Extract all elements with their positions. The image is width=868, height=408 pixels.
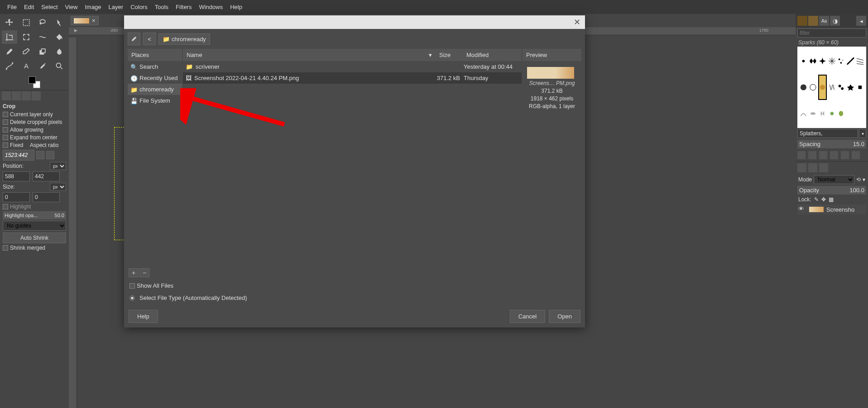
aspect-portrait-button[interactable]: [36, 151, 44, 159]
chevron-down-icon[interactable]: ▾: [859, 129, 866, 138]
brushes-tab[interactable]: [797, 16, 807, 26]
pencil-tool[interactable]: [2, 45, 17, 58]
eraser-tool[interactable]: [19, 45, 34, 58]
menu-tools[interactable]: Tools: [151, 2, 172, 12]
delete-cropped-checkbox[interactable]: [3, 119, 8, 125]
close-icon[interactable]: ✕: [574, 17, 580, 27]
brush-item[interactable]: [828, 75, 836, 100]
paths-tab[interactable]: [819, 163, 828, 172]
filetype-expander[interactable]: [129, 295, 135, 301]
brush-item[interactable]: [837, 101, 845, 126]
position-y-input[interactable]: [33, 171, 60, 181]
patterns-tab[interactable]: [808, 16, 818, 26]
guides-select[interactable]: No guides: [3, 221, 66, 231]
position-x-input[interactable]: [3, 171, 30, 181]
edit-brush-icon[interactable]: [797, 151, 806, 159]
open-button[interactable]: Open: [549, 310, 580, 323]
channels-tab[interactable]: [808, 163, 817, 172]
menu-view[interactable]: View: [62, 2, 82, 12]
fuzzy-select-tool[interactable]: [52, 16, 67, 29]
menu-edit[interactable]: Edit: [20, 2, 38, 12]
brush-item[interactable]: [799, 101, 808, 126]
brush-item[interactable]: [846, 75, 855, 100]
size-w-input[interactable]: [3, 192, 30, 202]
brush-preset-select[interactable]: Splatters,: [797, 129, 858, 138]
place-item-recently-used[interactable]: 🕓Recently Used: [128, 72, 182, 84]
brush-item[interactable]: [856, 75, 864, 100]
zoom-tool[interactable]: [52, 59, 67, 73]
size-h-input[interactable]: [33, 192, 60, 202]
menu-filters[interactable]: Filters: [172, 2, 195, 12]
brush-item[interactable]: [856, 48, 864, 74]
images-tab[interactable]: [32, 91, 41, 100]
open-brush-icon[interactable]: [852, 151, 860, 159]
spacing-slider[interactable]: Spacing 15.0: [797, 140, 866, 148]
brush-item[interactable]: [828, 48, 836, 74]
current-layer-checkbox[interactable]: [3, 112, 8, 117]
brush-item[interactable]: [799, 48, 808, 74]
place-item-search[interactable]: 🔍Search: [128, 61, 182, 72]
shrink-merged-checkbox[interactable]: [3, 245, 8, 251]
path-segment[interactable]: 📁 chromeready: [158, 33, 210, 45]
menu-file[interactable]: File: [4, 2, 20, 12]
menu-layer[interactable]: Layer: [105, 2, 127, 12]
text-tool[interactable]: A: [19, 59, 34, 73]
brush-item[interactable]: [809, 101, 817, 126]
crop-tool[interactable]: [2, 30, 17, 44]
warp-tool[interactable]: [35, 30, 50, 44]
place-item-file-system[interactable]: 💾File System: [128, 95, 182, 106]
position-unit-select[interactable]: px: [50, 162, 66, 170]
lasso-tool[interactable]: [35, 16, 50, 29]
menu-colors[interactable]: Colors: [127, 2, 151, 12]
type-filename-button[interactable]: [128, 33, 140, 45]
clone-tool[interactable]: [35, 45, 50, 58]
fonts-tab[interactable]: Aa: [819, 16, 829, 26]
brush-item[interactable]: [809, 48, 817, 74]
color-picker-tool[interactable]: [35, 59, 50, 73]
fixed-checkbox[interactable]: [3, 142, 8, 148]
brush-item[interactable]: [837, 75, 845, 100]
brush-item[interactable]: [828, 101, 836, 126]
auto-shrink-button[interactable]: Auto Shrink: [3, 232, 66, 243]
file-row[interactable]: 🖼Screenshot 2022-04-21 4.40.24 PM.png371…: [183, 72, 522, 84]
brush-item[interactable]: [809, 75, 817, 100]
brush-item-selected[interactable]: [818, 75, 827, 100]
blend-mode-select[interactable]: Normal: [814, 175, 854, 184]
menu-image[interactable]: Image: [81, 2, 105, 12]
back-button[interactable]: <: [143, 33, 156, 45]
remove-bookmark-button[interactable]: −: [139, 268, 149, 277]
rect-select-tool[interactable]: [19, 16, 34, 29]
place-item-chromeready[interactable]: 📁chromeready: [128, 84, 182, 95]
doc-history-tab[interactable]: ◑: [830, 16, 840, 26]
menu-windows[interactable]: Windows: [195, 2, 226, 12]
new-brush-icon[interactable]: [808, 151, 816, 159]
device-status-tab[interactable]: [12, 91, 21, 100]
brush-filter-input[interactable]: [797, 28, 866, 38]
allow-growing-checkbox[interactable]: [3, 127, 8, 133]
layers-tab[interactable]: [797, 163, 806, 172]
help-button[interactable]: Help: [129, 310, 158, 323]
lock-pixels-icon[interactable]: ✎: [814, 196, 819, 203]
column-modified-header[interactable]: Modified: [463, 49, 522, 61]
transform-tool[interactable]: [19, 30, 34, 44]
refresh-brush-icon[interactable]: [841, 151, 849, 159]
brush-item[interactable]: [799, 75, 808, 100]
visibility-icon[interactable]: 👁: [798, 205, 806, 213]
image-tab[interactable]: ×: [71, 16, 99, 25]
brush-item[interactable]: [846, 48, 855, 74]
smudge-tool[interactable]: [52, 45, 67, 58]
panel-menu-icon[interactable]: ◂: [856, 16, 866, 26]
layer-item[interactable]: 👁 Screensho: [797, 204, 866, 214]
duplicate-brush-icon[interactable]: [819, 151, 827, 159]
cancel-button[interactable]: Cancel: [510, 310, 545, 323]
brush-item[interactable]: [837, 48, 845, 74]
expand-center-checkbox[interactable]: [3, 135, 8, 140]
brush-item[interactable]: [856, 101, 864, 126]
file-row[interactable]: 📁scrivenerYesterday at 00:44: [183, 61, 522, 72]
size-unit-select[interactable]: px: [50, 183, 66, 191]
lock-position-icon[interactable]: ✥: [821, 196, 826, 203]
brush-item[interactable]: [846, 101, 855, 126]
tool-options-tab[interactable]: [2, 91, 11, 100]
mode-reset-icon[interactable]: ⟲: [856, 176, 861, 183]
aspect-landscape-button[interactable]: [46, 151, 54, 159]
